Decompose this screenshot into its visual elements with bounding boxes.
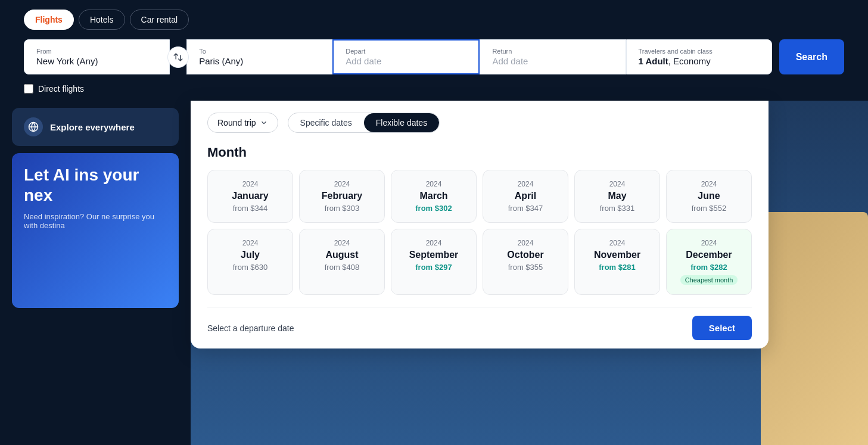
month-price: from $303 (307, 204, 377, 213)
travelers-class: , Economy (668, 56, 711, 66)
month-price: from $281 (582, 263, 652, 272)
month-card-august[interactable]: 2024Augustfrom $408 (299, 229, 385, 295)
month-heading: Month (207, 145, 752, 160)
options-row: Direct flights (0, 84, 868, 101)
month-price: from $408 (307, 263, 377, 272)
month-card-march[interactable]: 2024Marchfrom $302 (391, 170, 477, 223)
month-year: 2024 (215, 180, 285, 188)
car-rental-tab[interactable]: Car rental (130, 10, 189, 30)
month-name: October (490, 250, 561, 260)
month-card-october[interactable]: 2024Octoberfrom $355 (483, 229, 568, 295)
month-name: December (674, 250, 744, 260)
month-name: June (674, 191, 744, 201)
explore-everywhere-button[interactable]: Explore everywhere (12, 108, 179, 146)
ai-banner-title: Let AI ins your nex (24, 165, 167, 205)
month-year: 2024 (307, 239, 377, 247)
month-price: from $331 (582, 204, 652, 213)
main-content: Explore everywhere Let AI ins your nex N… (0, 101, 868, 445)
month-card-july[interactable]: 2024Julyfrom $630 (207, 229, 293, 295)
month-card-june[interactable]: 2024Junefrom $552 (666, 170, 752, 223)
specific-dates-button[interactable]: Specific dates (288, 113, 364, 132)
month-year: 2024 (490, 239, 561, 247)
month-name: April (490, 191, 561, 201)
globe-icon (24, 117, 43, 136)
month-name: July (215, 250, 285, 260)
left-panel: Explore everywhere Let AI ins your nex N… (0, 101, 191, 445)
search-button[interactable]: Search (779, 39, 844, 74)
month-name: November (582, 250, 652, 260)
month-year: 2024 (582, 239, 652, 247)
building-image (761, 212, 868, 445)
month-year: 2024 (490, 180, 561, 188)
month-year: 2024 (674, 180, 744, 188)
travelers-value: 1 Adult, Economy (639, 56, 760, 66)
month-grid: 2024Januaryfrom $3442024Februaryfrom $30… (207, 170, 752, 295)
round-trip-label: Round trip (217, 118, 256, 127)
date-mode-toggle: Specific dates Flexible dates (288, 113, 440, 133)
depart-label: Depart (346, 48, 466, 55)
trip-options-row: Round trip Specific dates Flexible dates (207, 113, 752, 133)
month-year: 2024 (582, 180, 652, 188)
swap-button[interactable] (167, 46, 189, 68)
hotels-tab[interactable]: Hotels (79, 10, 125, 30)
month-price: from $282 (674, 263, 744, 272)
month-year: 2024 (674, 239, 744, 247)
month-price: from $302 (399, 204, 469, 213)
select-button[interactable]: Select (692, 316, 752, 340)
month-card-september[interactable]: 2024Septemberfrom $297 (391, 229, 477, 295)
explore-label: Explore everywhere (50, 122, 135, 132)
flexible-dates-button[interactable]: Flexible dates (364, 113, 439, 132)
month-year: 2024 (399, 239, 469, 247)
top-nav: Flights Hotels Car rental (0, 0, 868, 39)
month-price: from $297 (399, 263, 469, 272)
month-year: 2024 (399, 180, 469, 188)
dropdown-footer: Select a departure date Select (207, 307, 752, 348)
month-year: 2024 (307, 180, 377, 188)
to-value: Paris (Any) (199, 56, 320, 66)
month-name: May (582, 191, 652, 201)
return-label: Return (492, 48, 613, 55)
month-name: March (399, 191, 469, 201)
travelers-count: 1 Adult (639, 56, 668, 66)
to-label: To (199, 48, 320, 55)
month-price: from $630 (215, 263, 285, 272)
month-card-december[interactable]: 2024Decemberfrom $282Cheapest month (666, 229, 752, 295)
cheapest-badge: Cheapest month (680, 275, 738, 285)
search-bar: From New York (Any) To Paris (Any) Depar… (0, 39, 868, 84)
chevron-down-icon (260, 119, 268, 127)
direct-flights-text: Direct flights (38, 84, 84, 94)
month-name: August (307, 250, 377, 260)
from-value: New York (Any) (36, 56, 157, 66)
ai-banner: Let AI ins your nex Need inspiration? Ou… (12, 153, 179, 308)
depart-field[interactable]: Depart Add date (332, 39, 480, 74)
from-field[interactable]: From New York (Any) (24, 39, 170, 74)
travelers-label: Travelers and cabin class (639, 48, 760, 55)
month-price: from $347 (490, 204, 561, 213)
month-price: from $552 (674, 204, 744, 213)
direct-flights-checkbox[interactable] (24, 84, 33, 94)
direct-flights-label[interactable]: Direct flights (24, 84, 84, 94)
depart-value: Add date (346, 56, 466, 66)
swap-icon (173, 52, 183, 63)
travelers-field[interactable]: Travelers and cabin class 1 Adult, Econo… (626, 39, 772, 74)
footer-label: Select a departure date (207, 323, 294, 333)
to-field[interactable]: To Paris (Any) (186, 39, 332, 74)
month-name: January (215, 191, 285, 201)
round-trip-button[interactable]: Round trip (207, 113, 278, 133)
return-value: Add date (492, 56, 613, 66)
month-card-january[interactable]: 2024Januaryfrom $344 (207, 170, 293, 223)
month-card-may[interactable]: 2024Mayfrom $331 (574, 170, 660, 223)
month-name: February (307, 191, 377, 201)
ai-banner-subtitle: Need inspiration? Our ne surprise you wi… (24, 212, 167, 230)
return-field[interactable]: Return Add date (480, 39, 626, 74)
from-label: From (36, 48, 157, 55)
month-card-april[interactable]: 2024Aprilfrom $347 (483, 170, 568, 223)
month-card-november[interactable]: 2024Novemberfrom $281 (574, 229, 660, 295)
month-name: September (399, 250, 469, 260)
month-card-february[interactable]: 2024Februaryfrom $303 (299, 170, 385, 223)
date-picker-dropdown: Round trip Specific dates Flexible dates… (191, 101, 769, 348)
flights-tab[interactable]: Flights (24, 10, 74, 30)
month-price: from $355 (490, 263, 561, 272)
month-year: 2024 (215, 239, 285, 247)
month-price: from $344 (215, 204, 285, 213)
